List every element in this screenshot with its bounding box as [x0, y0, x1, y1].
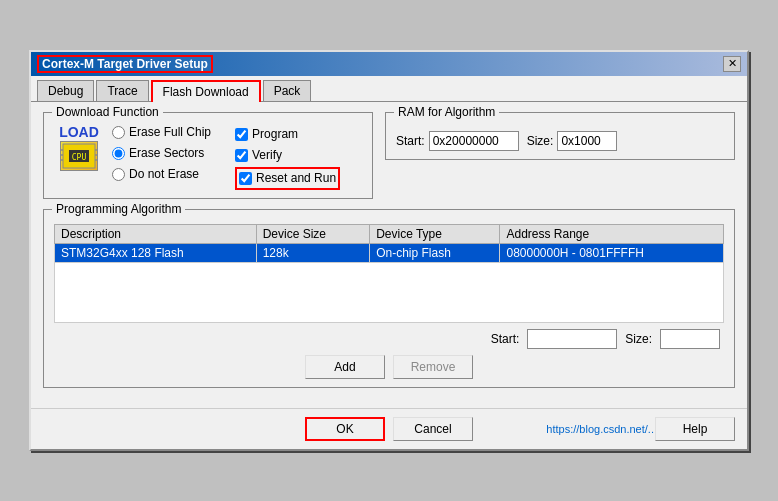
load-image: CPU [60, 141, 98, 171]
ram-start-input[interactable] [429, 131, 519, 151]
ram-row: Start: Size: [396, 131, 724, 151]
table-empty-space [54, 263, 724, 323]
tab-debug[interactable]: Debug [37, 80, 94, 101]
ram-start-group: Start: [396, 131, 519, 151]
chip-svg: CPU [61, 142, 97, 170]
ram-algorithm-label: RAM for Algorithm [394, 105, 499, 119]
ram-size-group: Size: [527, 131, 618, 151]
title-bar: Cortex-M Target Driver Setup ✕ [31, 52, 747, 76]
checkbox-reset-and-run[interactable]: Reset and Run [235, 167, 340, 190]
main-content: Download Function LOAD CPU [31, 102, 747, 409]
cancel-button[interactable]: Cancel [393, 417, 473, 441]
radio-erase-sectors-input[interactable] [112, 147, 125, 160]
checkbox-verify[interactable]: Verify [235, 146, 340, 165]
programming-algorithm-group: Programming Algorithm Description Device… [43, 209, 735, 388]
checkbox-reset-and-run-input[interactable] [239, 172, 252, 185]
download-function-inner: LOAD CPU [54, 123, 362, 191]
top-row: Download Function LOAD CPU [43, 112, 735, 210]
tab-trace[interactable]: Trace [96, 80, 148, 101]
radio-erase-sectors[interactable]: Erase Sectors [112, 144, 211, 163]
col-device-type: Device Type [370, 225, 500, 244]
footer: OK Cancel https://blog.csdn.net/... Help [31, 408, 747, 449]
load-text: LOAD [59, 124, 99, 140]
erase-options: Erase Full Chip Erase Sectors Do not Era… [112, 123, 211, 185]
table-row[interactable]: STM32G4xx 128 Flash128kOn-chip Flash0800… [55, 244, 724, 263]
download-function-label: Download Function [52, 105, 163, 119]
main-window: Cortex-M Target Driver Setup ✕ Debug Tra… [29, 50, 749, 452]
tab-pack[interactable]: Pack [263, 80, 312, 101]
add-button[interactable]: Add [305, 355, 385, 379]
start-size-row: Start: Size: [54, 329, 724, 349]
checkbox-program-input[interactable] [235, 128, 248, 141]
radio-do-not-erase-input[interactable] [112, 168, 125, 181]
algorithm-table: Description Device Size Device Type Addr… [54, 224, 724, 263]
tab-bar: Debug Trace Flash Download Pack [31, 76, 747, 102]
checkbox-options: Program Verify Reset and Run [235, 125, 340, 191]
window-title: Cortex-M Target Driver Setup [37, 55, 213, 73]
start-label: Start: [491, 332, 520, 346]
tab-flash-download[interactable]: Flash Download [151, 80, 261, 102]
table-header-row: Description Device Size Device Type Addr… [55, 225, 724, 244]
programming-algorithm-label: Programming Algorithm [52, 202, 185, 216]
ram-algorithm-group: RAM for Algorithm Start: Size: [385, 112, 735, 160]
ram-start-label: Start: [396, 134, 425, 148]
col-address-range: Address Range [500, 225, 724, 244]
svg-text:CPU: CPU [72, 153, 87, 162]
start-input[interactable] [527, 329, 617, 349]
radio-do-not-erase[interactable]: Do not Erase [112, 165, 211, 184]
size-label: Size: [625, 332, 652, 346]
col-description: Description [55, 225, 257, 244]
add-remove-row: Add Remove [54, 355, 724, 379]
checkbox-verify-input[interactable] [235, 149, 248, 162]
ram-size-input[interactable] [557, 131, 617, 151]
load-icon: LOAD CPU [54, 123, 104, 173]
size-input[interactable] [660, 329, 720, 349]
radio-erase-full[interactable]: Erase Full Chip [112, 123, 211, 142]
col-device-size: Device Size [256, 225, 369, 244]
ram-size-label: Size: [527, 134, 554, 148]
help-button[interactable]: Help [655, 417, 735, 441]
download-function-group: Download Function LOAD CPU [43, 112, 373, 200]
checkbox-program[interactable]: Program [235, 125, 340, 144]
close-button[interactable]: ✕ [723, 56, 741, 72]
footer-link: https://blog.csdn.net/... [546, 423, 657, 435]
remove-button[interactable]: Remove [393, 355, 473, 379]
radio-erase-full-input[interactable] [112, 126, 125, 139]
ok-button[interactable]: OK [305, 417, 385, 441]
